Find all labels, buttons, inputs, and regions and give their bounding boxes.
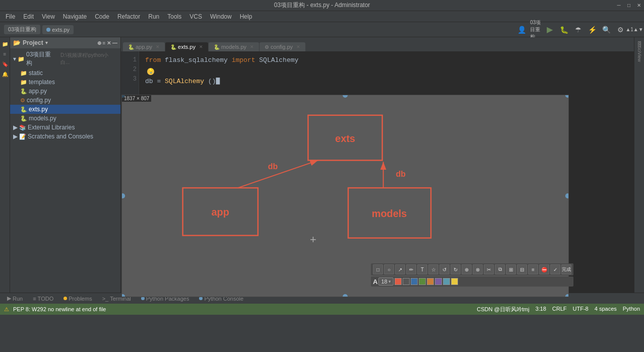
project-icon-sm: 📂 — [13, 39, 21, 46]
tab-exts-py[interactable]: 🐍 exts.py ✕ — [165, 42, 208, 51]
settings-button[interactable]: ⚙ — [615, 24, 626, 35]
menu-help[interactable]: Help — [236, 12, 256, 21]
color-red[interactable] — [395, 278, 402, 285]
menu-vcs[interactable]: VCS — [186, 12, 206, 21]
tab-config-py[interactable]: ⚙ config.py ✕ — [260, 42, 305, 51]
color-purple[interactable] — [435, 278, 442, 285]
dtb-pen[interactable]: ✏ — [406, 264, 416, 274]
font-label: A — [373, 278, 377, 286]
sciview-icon[interactable]: SciView — [635, 49, 644, 58]
static-folder-icon: 📁 — [20, 70, 27, 77]
project-icon[interactable]: 📁 — [1, 39, 10, 48]
dtb-menu[interactable]: ≡ — [528, 264, 538, 274]
color-green[interactable] — [419, 278, 426, 285]
menu-navigate[interactable]: Navigate — [59, 12, 90, 21]
color-dark[interactable] — [403, 278, 410, 285]
dtb-text[interactable]: T — [417, 264, 427, 274]
run-config[interactable]: 03项目重构 — [530, 24, 541, 35]
color-yellow[interactable] — [451, 278, 458, 285]
profile-button[interactable]: ⚡ — [587, 24, 598, 35]
tree-models-py[interactable]: 🐍 models.py — [10, 114, 120, 123]
run-tab[interactable]: ▶ Run — [4, 294, 26, 303]
encoding-indicator[interactable]: UTF-8 — [573, 306, 589, 313]
color-teal[interactable] — [443, 278, 450, 285]
file-dot — [46, 28, 50, 32]
config-tab-label: config.py — [271, 44, 293, 50]
dtb-rect[interactable]: □ — [373, 264, 383, 274]
dtb-done[interactable]: 完成 — [561, 264, 571, 274]
menu-run[interactable]: Run — [145, 12, 163, 21]
hint-bulb[interactable]: 💡 — [147, 68, 154, 75]
color-orange[interactable] — [427, 278, 434, 285]
problems-tab[interactable]: Problems — [60, 295, 95, 303]
dtb-confirm[interactable]: ✓ — [550, 264, 560, 274]
bookmarks-icon[interactable]: 🔖 — [1, 59, 10, 68]
tree-external-libs[interactable]: ▶ 📚 External Libraries — [10, 123, 120, 132]
tree-static[interactable]: 📁 static — [10, 68, 120, 78]
notification-icon[interactable]: 🔔 — [1, 69, 10, 79]
dtb-redo[interactable]: ↻ — [450, 264, 461, 274]
dtb-grid[interactable]: ⊞ — [506, 264, 516, 274]
maximize-button[interactable]: □ — [624, 0, 634, 11]
search-everywhere-button[interactable]: 🔍 — [601, 24, 612, 35]
status-warning-text: PEP 8: W292 no newline at end of file — [13, 306, 106, 312]
project-options[interactable]: ⊕ ≡ ✕ — — [97, 40, 117, 46]
menu-view[interactable]: View — [38, 12, 58, 21]
coverage-button[interactable]: ☂ — [572, 24, 584, 35]
close-button[interactable]: ✕ — [634, 0, 644, 11]
diagram-tools-row1: □ ○ ↗ ✏ T ☆ ↺ ↻ ⊕ ⊗ ✂ ⧉ ⊞ ⊟ ≡ ⛔ ✓ 完成 — [371, 263, 573, 275]
menu-window[interactable]: Window — [207, 12, 235, 21]
dtb-delete[interactable]: ⛔ — [539, 264, 549, 274]
color-blue[interactable] — [411, 278, 418, 285]
dtb-arrow[interactable]: ↗ — [395, 264, 405, 274]
dtb-undo[interactable]: ↺ — [439, 264, 449, 274]
python-indicator[interactable]: Python — [623, 306, 640, 313]
line-sep-indicator[interactable]: CRLF — [552, 306, 567, 313]
toolbar: 03项目重构 exts.py 👤 03项目重构 ▶ 🐛 ☂ ⚡ 🔍 ⚙ ▲1 ▲… — [0, 22, 644, 37]
font-size-dropdown[interactable]: ▾ — [389, 279, 391, 284]
project-header[interactable]: 📂 Project ▾ ⊕ ≡ ✕ — — [10, 37, 120, 48]
config-tab-close[interactable]: ✕ — [296, 44, 300, 49]
project-switcher[interactable]: 03项目重构 — [4, 25, 40, 34]
line-indicator[interactable]: ▲1 ▲▼ — [629, 24, 640, 35]
tree-scratches[interactable]: ▶ 📝 Scratches and Consoles — [10, 132, 120, 141]
tree-config-py[interactable]: ⚙ config.py — [10, 96, 120, 105]
dtb-minus[interactable]: ⊗ — [473, 264, 483, 274]
dtb-remove[interactable]: ⊟ — [517, 264, 527, 274]
menu-edit[interactable]: Edit — [20, 12, 37, 21]
run-button[interactable]: ▶ — [544, 24, 555, 35]
dtb-copy[interactable]: ⧉ — [495, 264, 505, 274]
dtb-star[interactable]: ☆ — [428, 264, 438, 274]
menu-tools[interactable]: Tools — [164, 12, 185, 21]
todo-tab[interactable]: ≡ TODO — [30, 295, 56, 303]
project-dropdown-icon[interactable]: ▾ — [45, 40, 48, 45]
toolbar-filename: exts.py — [52, 27, 70, 33]
dtb-cut[interactable]: ✂ — [484, 264, 494, 274]
font-size-picker[interactable]: 18 ▾ — [378, 277, 393, 286]
app-tab-close[interactable]: ✕ — [156, 44, 160, 49]
app-py-icon: 🐍 — [20, 88, 27, 95]
exts-tab-close[interactable]: ✕ — [199, 44, 203, 49]
user-icon[interactable]: 👤 — [516, 24, 527, 35]
position-indicator[interactable]: 3:18 — [535, 306, 546, 313]
models-py-label: models.py — [29, 115, 56, 122]
models-tab-close[interactable]: ✕ — [250, 44, 254, 49]
menu-refactor[interactable]: Refactor — [114, 12, 144, 21]
debug-button[interactable]: 🐛 — [558, 24, 569, 35]
tab-app-py[interactable]: 🐍 app.py ✕ — [123, 42, 165, 51]
indent-indicator[interactable]: 4 spaces — [595, 306, 617, 313]
structure-icon[interactable]: ≡ — [1, 49, 10, 58]
tree-root[interactable]: ▾ 📁 03项目重构 D:\视频课程\python小白... — [10, 49, 120, 68]
tree-templates[interactable]: 📁 templates — [10, 78, 120, 87]
menu-code[interactable]: Code — [91, 12, 113, 21]
menu-file[interactable]: File — [2, 12, 19, 21]
dtb-circle[interactable]: ○ — [384, 264, 394, 274]
tree-exts-py[interactable]: 🐍 exts.py — [10, 105, 120, 114]
tab-models-py[interactable]: 🐍 models.py ✕ — [209, 42, 259, 51]
tree-app-py[interactable]: 🐍 app.py — [10, 87, 120, 96]
toolbar-file-tab[interactable]: exts.py — [42, 25, 74, 34]
dtb-plus[interactable]: ⊕ — [462, 264, 472, 274]
todo-tab-icon: ≡ — [33, 296, 36, 302]
models-tab-label: models.py — [221, 44, 246, 50]
minimize-button[interactable]: ─ — [614, 0, 624, 11]
